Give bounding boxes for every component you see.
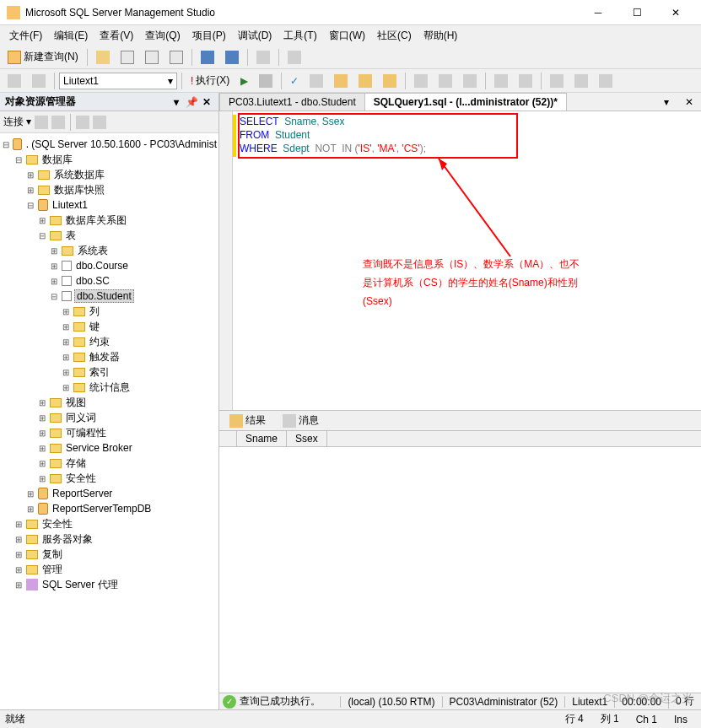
execute-button[interactable]: ! 执行(X) [186,72,234,90]
tb-btn4[interactable] [165,48,187,67]
tb-q-btn1[interactable] [305,72,327,90]
expand-icon[interactable]: ⊞ [61,383,71,392]
tree-diagrams[interactable]: ⊞数据库关系图 [0,213,218,228]
tree-liutext1[interactable]: ⊟Liutext1 [0,197,218,213]
results-grid[interactable]: Sname Ssex [219,431,701,693]
tree[interactable]: ⊟. (SQL Server 10.50.1600 - PC03\Adminis… [0,133,218,709]
tree-tables[interactable]: ⊟表 [0,228,218,243]
expand-icon[interactable]: ⊞ [37,216,47,225]
tree-databases[interactable]: ⊟数据库 [0,152,218,167]
expand-icon[interactable]: ⊞ [25,489,35,499]
database-combo[interactable]: Liutext1 ▾ [59,73,177,89]
collapse-icon[interactable]: ⊟ [13,155,24,164]
panel-close-button[interactable]: ✕ [200,95,213,109]
expand-icon[interactable]: ⊞ [61,307,71,316]
tree-storage[interactable]: ⊞存储 [0,456,218,471]
expand-icon[interactable]: ⊞ [37,429,47,438]
expand-icon[interactable]: ⊞ [13,520,24,529]
maximize-button[interactable]: ☐ [618,1,655,24]
minimize-button[interactable]: ─ [580,1,617,24]
menu-query[interactable]: 查询(Q) [140,27,185,45]
col-ssex-header[interactable]: Ssex [287,431,327,446]
menu-debug[interactable]: 调试(D) [233,27,278,45]
expand-icon[interactable]: ⊞ [37,444,47,453]
parse-button[interactable]: ✓ [286,72,303,90]
tb-save-button[interactable] [197,48,218,67]
filter-tb-icon[interactable] [76,116,89,129]
tree-columns[interactable]: ⊞列 [0,304,218,319]
tree-sysdb[interactable]: ⊞系统数据库 [0,167,218,182]
tb-q-btn2[interactable] [330,72,352,90]
tree-views[interactable]: ⊞视图 [0,395,218,410]
expand-icon[interactable]: ⊞ [25,504,35,514]
expand-icon[interactable]: ⊞ [25,186,35,195]
tree-course[interactable]: ⊞dbo.Course [0,258,218,273]
tree-synonyms[interactable]: ⊞同义词 [0,410,218,425]
uncomment-button[interactable] [515,72,537,90]
messages-tab[interactable]: 消息 [278,412,324,429]
tree-programmability[interactable]: ⊞可编程性 [0,425,218,440]
expand-icon[interactable]: ⊞ [61,322,71,332]
tb-q-btn6[interactable] [434,72,456,90]
tb-q-btn4[interactable] [379,72,401,90]
tree-security-db[interactable]: ⊞安全性 [0,471,218,486]
menu-edit[interactable]: 编辑(E) [49,27,93,45]
expand-icon[interactable]: ⊞ [37,474,47,483]
tb-connect-button[interactable] [3,72,25,90]
menu-project[interactable]: 项目(P) [187,27,231,45]
menu-help[interactable]: 帮助(H) [418,27,463,45]
tab-student-table[interactable]: PC03.Liutext1 - dbo.Student [219,93,365,111]
menu-tools[interactable]: 工具(T) [278,27,321,45]
expand-icon[interactable]: ⊞ [13,565,24,574]
disconnect-tb-icon[interactable] [51,116,65,129]
tree-systables[interactable]: ⊞系统表 [0,243,218,258]
tabs-dropdown-button[interactable]: ▾ [655,93,677,111]
connect-tb-icon[interactable] [35,116,48,129]
panel-dropdown-button[interactable]: ▾ [170,95,183,109]
collapse-icon[interactable]: ⊟ [37,231,47,240]
tree-indexes[interactable]: ⊞索引 [0,364,218,380]
results-tab[interactable]: 结果 [224,412,271,429]
outdent-button[interactable] [570,72,592,90]
expand-icon[interactable]: ⊞ [13,580,24,590]
tree-security[interactable]: ⊞安全性 [0,516,218,531]
tree-agent[interactable]: ⊞SQL Server 代理 [0,577,218,592]
expand-icon[interactable]: ⊞ [61,353,71,362]
expand-icon[interactable]: ⊞ [61,368,71,377]
expand-icon[interactable]: ⊞ [61,337,71,347]
tree-snapshots[interactable]: ⊞数据库快照 [0,182,218,197]
tree-serverobjects[interactable]: ⊞服务器对象 [0,531,218,547]
debug-button[interactable]: ▶ [236,72,252,90]
expand-icon[interactable]: ⊞ [37,398,47,407]
tb-open-button[interactable] [92,48,114,67]
connect-label[interactable]: 连接 ▾ [3,115,31,129]
menu-view[interactable]: 查看(V) [94,27,138,45]
tree-student[interactable]: ⊟dbo.Student [0,289,218,304]
refresh-tb-icon[interactable] [93,116,106,129]
tree-reportserver[interactable]: ⊞ReportServer [0,486,218,501]
collapse-icon[interactable]: ⊟ [2,140,10,149]
expand-icon[interactable]: ⊞ [37,459,47,468]
panel-pin-button[interactable]: 📌 [185,95,198,109]
tree-server[interactable]: ⊟. (SQL Server 10.50.1600 - PC03\Adminis… [0,137,218,152]
tree-servicebroker[interactable]: ⊞Service Broker [0,440,218,456]
expand-icon[interactable]: ⊞ [25,170,35,180]
collapse-icon[interactable]: ⊟ [25,201,35,210]
tb-props-button[interactable] [283,48,305,67]
tb-saveall-button[interactable] [221,48,243,67]
expand-icon[interactable]: ⊞ [49,277,59,286]
tree-sc[interactable]: ⊞dbo.SC [0,273,218,289]
expand-icon[interactable]: ⊞ [13,535,24,544]
tree-reportservertemp[interactable]: ⊞ReportServerTempDB [0,501,218,516]
tb-change-button[interactable] [28,72,50,90]
expand-icon[interactable]: ⊞ [49,246,59,256]
tb-q-btn7[interactable] [459,72,481,90]
sql-editor[interactable]: SELECT Sname, Ssex FROM Student WHERE Sd… [219,111,701,411]
new-query-button[interactable]: 新建查询(N) [3,48,83,67]
menu-file[interactable]: 文件(F) [4,27,47,45]
tb-btn3[interactable] [141,48,163,67]
tab-sqlquery1[interactable]: SQLQuery1.sql - (l...dministrator (52))* [364,93,567,111]
tree-stats[interactable]: ⊞统计信息 [0,380,218,395]
menu-window[interactable]: 窗口(W) [324,27,370,45]
tb-q-btn3[interactable] [354,72,376,90]
